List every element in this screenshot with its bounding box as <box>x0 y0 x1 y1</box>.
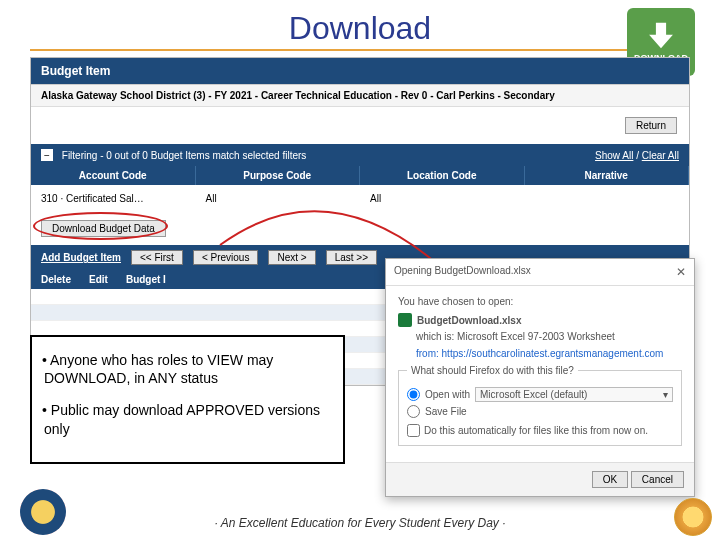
callout-bullet-2: Public may download APPROVED versions on… <box>44 401 331 437</box>
save-file-radio[interactable] <box>407 405 420 418</box>
dialog-filename: BudgetDownload.xlsx <box>417 315 521 326</box>
col-account: Account Code <box>31 166 196 185</box>
download-dialog: Opening BudgetDownload.xlsx ✕ You have c… <box>385 258 695 497</box>
first-button[interactable]: << First <box>131 250 183 265</box>
col-narrative: Narrative <box>525 166 690 185</box>
filter-row: 310 · Certificated Sal… All All <box>31 185 689 212</box>
filter-purpose[interactable]: All <box>196 190 361 207</box>
filter-columns: Account Code Purpose Code Location Code … <box>31 166 689 185</box>
divider <box>30 49 690 51</box>
last-button[interactable]: Last >> <box>326 250 377 265</box>
panel-title: Budget Item <box>31 58 689 85</box>
xlsx-icon <box>398 313 412 327</box>
cancel-button[interactable]: Cancel <box>631 471 684 488</box>
auto-checkbox[interactable] <box>407 424 420 437</box>
open-with-label: Open with <box>425 389 470 400</box>
dialog-legend: What should Firefox do with this file? <box>407 365 578 376</box>
chevron-down-icon: ▾ <box>663 389 668 400</box>
open-with-radio[interactable] <box>407 388 420 401</box>
breadcrumb: Alaska Gateway School District (3) - FY … <box>31 85 689 107</box>
th-edit: Edit <box>89 274 108 285</box>
th-delete: Delete <box>41 274 71 285</box>
prev-button[interactable]: < Previous <box>193 250 259 265</box>
footer-tagline: · An Excellent Education for Every Stude… <box>0 516 720 530</box>
collapse-icon[interactable]: − <box>41 149 53 161</box>
close-icon[interactable]: ✕ <box>676 265 686 279</box>
filter-header: − Filtering - 0 out of 0 Budget Items ma… <box>31 144 689 166</box>
col-location: Location Code <box>360 166 525 185</box>
dialog-from: from: https://southcarolinatest.egrantsm… <box>416 348 682 359</box>
corner-badge-icon <box>674 498 712 536</box>
next-button[interactable]: Next > <box>268 250 315 265</box>
open-with-combo[interactable]: Microsoft Excel (default) ▾ <box>475 387 673 402</box>
th-budget: Budget I <box>126 274 166 285</box>
ok-button[interactable]: OK <box>592 471 628 488</box>
auto-label: Do this automatically for files like thi… <box>424 425 648 436</box>
filter-summary: Filtering - 0 out of 0 Budget Items matc… <box>62 150 307 161</box>
download-budget-button[interactable]: Download Budget Data <box>41 220 166 237</box>
filter-location[interactable]: All <box>360 190 525 207</box>
col-purpose: Purpose Code <box>196 166 361 185</box>
save-file-label: Save File <box>425 406 467 417</box>
slide-title: Download <box>0 0 720 49</box>
dialog-chosen: You have chosen to open: <box>398 296 682 307</box>
add-budget-link[interactable]: Add Budget Item <box>41 252 121 263</box>
filter-narrative[interactable] <box>525 190 690 207</box>
callout-box: Anyone who has roles to VIEW may DOWNLOA… <box>30 335 345 464</box>
return-button[interactable]: Return <box>625 117 677 134</box>
show-all-link[interactable]: Show All <box>595 150 633 161</box>
download-arrow-icon <box>644 21 678 51</box>
clear-all-link[interactable]: Clear All <box>642 150 679 161</box>
dialog-title: Opening BudgetDownload.xlsx <box>394 265 531 279</box>
dialog-filetype: which is: Microsoft Excel 97-2003 Worksh… <box>416 331 682 342</box>
filter-account[interactable]: 310 · Certificated Sal… <box>31 190 196 207</box>
callout-bullet-1: Anyone who has roles to VIEW may DOWNLOA… <box>44 351 331 387</box>
